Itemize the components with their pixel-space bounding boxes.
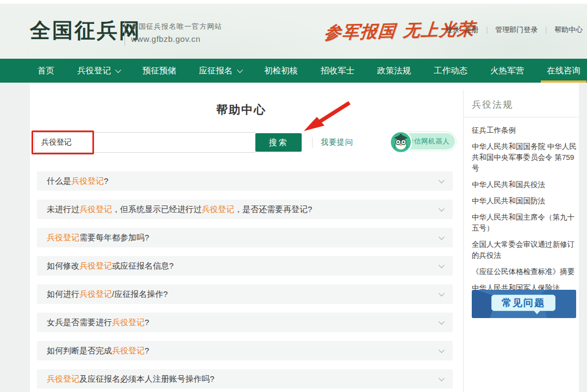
- faq-highlight-term: 兵役登记: [79, 261, 112, 270]
- faq-text: ?: [145, 346, 149, 355]
- faq-highlight-term: 兵役登记: [79, 204, 112, 214]
- nav-item-label: 招收军士: [321, 65, 354, 77]
- chevron-down-icon: [237, 67, 243, 73]
- search-button[interactable]: 搜索: [255, 133, 302, 152]
- faq-highlight-term: 兵役登记: [79, 289, 112, 298]
- law-link[interactable]: 《应征公民体格检查标准》摘要: [472, 266, 578, 277]
- faq-text: 如何判断是否完成: [47, 346, 112, 355]
- nav-item-label: 政策法规: [377, 65, 411, 77]
- nav-item[interactable]: 火热军营: [479, 59, 535, 83]
- faq-row[interactable]: 兵役登记及应征报名必须本人注册账号操作吗?: [37, 369, 453, 389]
- faq-text: ，是否还需要再登记?: [234, 204, 312, 214]
- law-link[interactable]: 中华人民共和国主席令（第九十五号）: [472, 212, 578, 234]
- faq-row[interactable]: 如何修改兵役登记或应征报名信息?: [37, 256, 453, 276]
- nav-item-label: 初检初核: [264, 65, 298, 77]
- faq-highlight-term: 兵役登记: [202, 204, 234, 214]
- sidebar-title: 兵役法规: [472, 98, 513, 111]
- faq-highlight-term: 兵役登记: [112, 346, 145, 355]
- nav-item-label: 火热军营: [490, 65, 524, 77]
- faq-highlight-term: 兵役登记: [47, 374, 79, 383]
- faq-question: 如何修改兵役登记或应征报名信息?: [47, 261, 173, 271]
- faq-text: ?: [145, 318, 149, 327]
- top-link[interactable]: 注册: [465, 26, 479, 34]
- top-links: 登录注册｜管理部门登录｜帮助中心: [446, 25, 583, 35]
- faq-question: 什么是兵役登记?: [47, 176, 108, 186]
- nav-item[interactable]: 政策法规: [366, 59, 422, 83]
- chevron-down-icon: [439, 206, 445, 211]
- faq-question: 兵役登记及应征报名必须本人注册账号操作吗?: [47, 374, 214, 384]
- ask-question-link[interactable]: 我要提问: [321, 138, 353, 147]
- chevron-down-icon: [439, 234, 445, 240]
- law-link[interactable]: 中华人民共和国国防法: [472, 196, 578, 207]
- content-card: 帮助中心 搜索 我要提问 学信网机器人 什么是兵役登记?未进行过兵役登记，但系统…: [30, 83, 579, 392]
- faq-question: 如何进行兵役登记/应征报名操作?: [47, 289, 168, 300]
- nav-item[interactable]: 应征报名: [188, 59, 253, 83]
- faq-question: 如何判断是否完成兵役登记?: [47, 346, 149, 356]
- nav-item[interactable]: 首页: [26, 59, 66, 83]
- faq-highlight-term: 兵役登记: [71, 176, 104, 185]
- chevron-down-icon: [115, 67, 121, 73]
- chevron-down-icon: [439, 347, 445, 353]
- site-tagline: 全国征兵报名唯一官方网站: [131, 22, 222, 32]
- faq-row[interactable]: 女兵是否需要进行兵役登记?: [37, 313, 453, 332]
- law-link[interactable]: 中华人民共和国兵役法: [472, 179, 578, 190]
- top-link[interactable]: 管理部门登录: [495, 26, 538, 34]
- top-link[interactable]: 登录: [446, 26, 460, 34]
- faq-row[interactable]: 什么是兵役登记?: [37, 171, 453, 191]
- faq-row[interactable]: 未进行过兵役登记，但系统显示已经进行过兵役登记，是否还需要再登记?: [37, 200, 453, 219]
- chevron-down-icon: [439, 262, 445, 268]
- nav-item-label: 首页: [38, 65, 54, 77]
- faq-text: 未进行过: [47, 204, 79, 214]
- faq-question: 兵役登记需要每年都参加吗?: [47, 233, 149, 243]
- faq-row[interactable]: 如何进行兵役登记/应征报名操作?: [37, 284, 453, 304]
- chevron-down-icon: [439, 375, 445, 381]
- nav-item-label: 工作动态: [434, 65, 467, 77]
- nav-item-label: 兵役登记: [77, 65, 111, 77]
- law-link[interactable]: 征兵工作条例: [472, 125, 578, 136]
- chevron-down-icon: [439, 290, 445, 296]
- law-link[interactable]: 全国人大常委会审议通过新修订的兵役法: [472, 239, 578, 261]
- faq-question: 女兵是否需要进行兵役登记?: [47, 318, 149, 328]
- faq-banner-label: 常见问题: [491, 295, 555, 311]
- top-link[interactable]: 帮助中心: [554, 26, 583, 34]
- faq-text: 或应征报名信息?: [112, 261, 173, 270]
- faq-text: ，但系统显示已经进行过: [112, 204, 202, 214]
- nav-item-label: 在线咨询: [547, 65, 580, 77]
- top-links-separator: ｜: [484, 26, 491, 34]
- nav-item-label: 预征预储: [142, 65, 176, 77]
- faq-text: /应征报名操作?: [112, 289, 168, 298]
- faq-question: 未进行过兵役登记，但系统显示已经进行过兵役登记，是否还需要再登记?: [47, 204, 312, 215]
- sidebar-divider: [463, 90, 464, 392]
- law-link[interactable]: 中华人民共和国国务院 中华人民共和国中央军事委员会令 第759号: [472, 141, 578, 174]
- faq-text: 如何修改: [47, 261, 79, 270]
- faq-text: 如何进行: [47, 289, 79, 298]
- faq-highlight-term: 兵役登记: [47, 233, 79, 242]
- top-white-strip: [0, 0, 587, 4]
- faq-highlight-term: 兵役登记: [112, 318, 145, 327]
- site-header: 全国征兵网 全国征兵报名唯一官方网站 www.gfbzb.gov.cn 参军报国…: [0, 4, 587, 59]
- faq-text: 女兵是否需要进行: [47, 318, 112, 327]
- site-url: www.gfbzb.gov.cn: [131, 34, 201, 43]
- nav-item[interactable]: 初检初核: [253, 59, 309, 83]
- main-nav: 首页兵役登记预征预储应征报名初检初核招收军士政策法规工作动态火热军营在线咨询廉洁…: [0, 59, 587, 83]
- search-input[interactable]: [34, 132, 255, 153]
- faq-text: 及应征报名必须本人注册账号操作吗?: [79, 374, 214, 383]
- nav-item[interactable]: 在线咨询: [535, 59, 587, 83]
- faq-row[interactable]: 如何判断是否完成兵役登记?: [37, 341, 453, 360]
- page-title: 帮助中心: [30, 102, 453, 117]
- nav-item[interactable]: 招收军士: [309, 59, 366, 83]
- faq-list: 什么是兵役登记?未进行过兵役登记，但系统显示已经进行过兵役登记，是否还需要再登记…: [37, 171, 453, 392]
- nav-item[interactable]: 工作动态: [422, 59, 479, 83]
- law-list: 征兵工作条例中华人民共和国国务院 中华人民共和国中央军事委员会令 第759号中华…: [472, 125, 578, 299]
- sidebar-title-underline: [464, 117, 579, 117]
- faq-banner[interactable]: 常见问题: [472, 290, 576, 318]
- faq-row[interactable]: 兵役登记需要每年都参加吗?: [37, 228, 453, 247]
- owl-robot-icon: [389, 130, 413, 154]
- nav-item[interactable]: 兵役登记: [66, 59, 131, 83]
- faq-text: ?: [104, 176, 108, 185]
- nav-item-label: 应征报名: [199, 65, 233, 77]
- nav-item[interactable]: 预征预储: [131, 59, 188, 83]
- chevron-down-icon: [439, 319, 445, 325]
- faq-text: 什么是: [47, 176, 71, 185]
- chevron-down-icon: [439, 177, 445, 183]
